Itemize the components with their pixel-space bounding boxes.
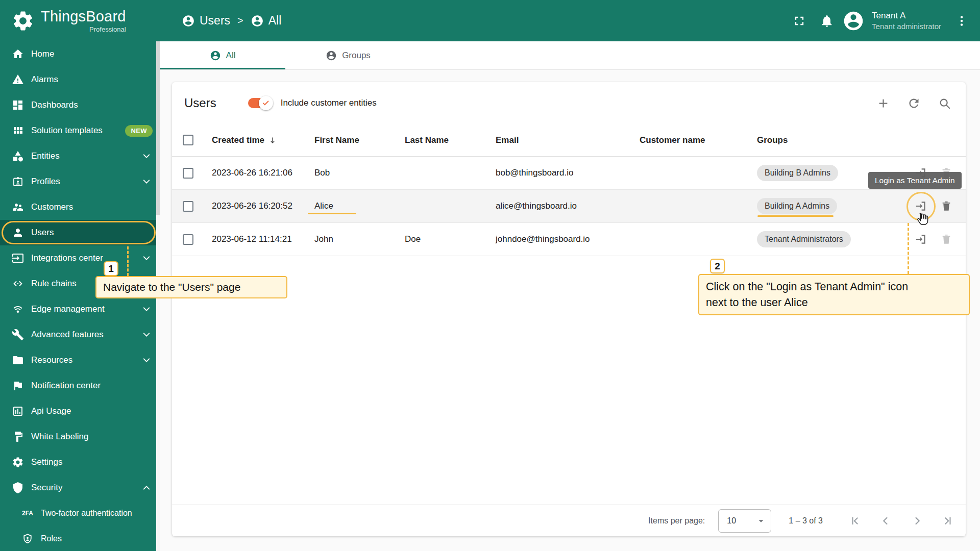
col-first-name[interactable]: First Name bbox=[306, 135, 397, 145]
delete-user-button[interactable] bbox=[935, 228, 958, 251]
chevron-down-icon bbox=[140, 176, 153, 188]
breadcrumb-all[interactable]: All bbox=[251, 14, 282, 28]
entities-icon bbox=[12, 150, 24, 162]
first-page-button[interactable] bbox=[843, 509, 868, 533]
row-checkbox[interactable] bbox=[183, 168, 193, 179]
sidebar-item-dashboards[interactable]: Dashboards bbox=[0, 92, 160, 118]
trash-icon bbox=[940, 233, 953, 246]
sidebar-item-edge-management[interactable]: Edge management bbox=[0, 296, 160, 322]
breadcrumb: Users > All bbox=[182, 14, 281, 28]
delete-user-button[interactable] bbox=[935, 195, 958, 217]
person-icon bbox=[210, 50, 221, 61]
row-checkbox[interactable] bbox=[183, 234, 193, 245]
include-customer-entities-toggle[interactable]: Include customer entities bbox=[248, 98, 377, 108]
sidebar-item-roles[interactable]: Roles bbox=[0, 526, 160, 551]
tab-all[interactable]: All bbox=[160, 41, 285, 69]
col-groups[interactable]: Groups bbox=[749, 135, 899, 145]
sidebar-item-entities[interactable]: Entities bbox=[0, 143, 160, 169]
sidebar-item-integrations-center[interactable]: Integrations center bbox=[0, 245, 160, 271]
group-chip[interactable]: Building A Admins bbox=[757, 198, 837, 214]
select-all-checkbox[interactable] bbox=[183, 135, 193, 145]
app-logo[interactable]: ThingsBoard Professional bbox=[0, 0, 160, 41]
toggle-label: Include customer entities bbox=[281, 98, 377, 108]
login-as-user-button[interactable] bbox=[910, 228, 932, 251]
tab-all-label: All bbox=[226, 51, 236, 61]
sidebar-item-customers[interactable]: Customers bbox=[0, 194, 160, 220]
sidebar-item-profiles[interactable]: Profiles bbox=[0, 169, 160, 194]
search-button[interactable] bbox=[933, 92, 955, 114]
sidebar-item-label: Notification center bbox=[31, 381, 101, 391]
col-customer-name[interactable]: Customer name bbox=[631, 135, 749, 145]
topbar-actions: Tenant A Tenant administrator bbox=[787, 9, 974, 33]
bell-icon bbox=[820, 14, 834, 28]
users-icon bbox=[12, 227, 24, 239]
table-row-bob[interactable]: 2023-06-26 16:21:06Bobbob@thingsboard.io… bbox=[172, 157, 966, 190]
refresh-button[interactable] bbox=[902, 92, 925, 114]
chevron-down-icon bbox=[140, 252, 153, 264]
sidebar-item-label: Solution templates bbox=[31, 126, 103, 136]
white-label-icon bbox=[12, 431, 24, 443]
rule-chains-icon bbox=[12, 278, 24, 290]
sidebar-item-label: Integrations center bbox=[31, 253, 103, 263]
previous-page-button[interactable] bbox=[874, 509, 898, 533]
sidebar-item-users[interactable]: Users bbox=[0, 220, 160, 245]
sidebar-item-label: Two-factor authentication bbox=[41, 509, 132, 518]
main-area: Users > All Tenant A Tenant administrato… bbox=[160, 0, 980, 551]
sidebar-item-security[interactable]: Security bbox=[0, 475, 160, 500]
sidebar-item-white-labeling[interactable]: White Labeling bbox=[0, 424, 160, 449]
sidebar-item-rule-chains[interactable]: Rule chains bbox=[0, 271, 160, 296]
toggle-track[interactable] bbox=[248, 98, 272, 108]
group-chip[interactable]: Tenant Administrators bbox=[757, 231, 851, 247]
sidebar-item-settings[interactable]: Settings bbox=[0, 449, 160, 475]
col-email[interactable]: Email bbox=[487, 135, 631, 145]
next-page-button[interactable] bbox=[904, 509, 929, 533]
sidebar-scrollbar[interactable] bbox=[156, 41, 160, 551]
sidebar-item-notification-center[interactable]: Notification center bbox=[0, 373, 160, 398]
col-last-name[interactable]: Last Name bbox=[397, 135, 487, 145]
sidebar-scrollbar-thumb[interactable] bbox=[156, 41, 160, 215]
search-icon bbox=[938, 96, 951, 110]
login-as-user-button[interactable] bbox=[910, 195, 932, 217]
sidebar-item-home[interactable]: Home bbox=[0, 41, 160, 67]
sidebar-item-resources[interactable]: Resources bbox=[0, 347, 160, 373]
chevron-down-icon bbox=[140, 150, 153, 162]
notifications-button[interactable] bbox=[815, 9, 839, 33]
sidebar-item-advanced-features[interactable]: Advanced features bbox=[0, 322, 160, 347]
items-per-page-value: 10 bbox=[727, 516, 736, 525]
breadcrumb-users[interactable]: Users bbox=[182, 14, 230, 28]
dashboards-icon bbox=[12, 99, 24, 111]
sidebar-item-solution-templates[interactable]: Solution templatesNEW bbox=[0, 118, 160, 143]
items-per-page-select[interactable]: 10 bbox=[718, 509, 771, 533]
sidebar-item-alarms[interactable]: Alarms bbox=[0, 67, 160, 92]
breadcrumb-all-label: All bbox=[268, 14, 282, 28]
tenant-name: Tenant A bbox=[872, 10, 941, 21]
col-created-time[interactable]: Created time bbox=[204, 135, 306, 145]
login-as-user-button[interactable] bbox=[910, 162, 932, 184]
tenant-info[interactable]: Tenant A Tenant administrator bbox=[872, 10, 941, 32]
delete-user-button[interactable] bbox=[935, 162, 958, 184]
sidebar-item-label: White Labeling bbox=[31, 432, 88, 442]
cell-last-name: Doe bbox=[397, 234, 487, 244]
group-chip[interactable]: Building B Admins bbox=[757, 165, 838, 181]
table-row-alice[interactable]: 2023-06-26 16:20:52Alicealice@thingsboar… bbox=[172, 190, 966, 223]
fullscreen-button[interactable] bbox=[787, 9, 812, 33]
row-checkbox[interactable] bbox=[183, 201, 193, 212]
thingsboard-logo-icon bbox=[11, 9, 35, 33]
last-page-button[interactable] bbox=[935, 509, 960, 533]
sidebar-item-two-factor-authentication[interactable]: 2FATwo-factor authentication bbox=[0, 500, 160, 526]
trash-icon bbox=[940, 199, 953, 213]
edge-icon bbox=[12, 303, 24, 315]
cell-created-time: 2023-06-12 11:14:21 bbox=[204, 234, 306, 244]
notification-icon bbox=[12, 380, 24, 392]
more-menu-button[interactable] bbox=[949, 9, 974, 33]
tab-groups[interactable]: Groups bbox=[285, 41, 411, 69]
login-icon bbox=[914, 233, 927, 246]
table-header-row: Created time First Name Last Name Email … bbox=[172, 124, 966, 157]
sidebar-item-api-usage[interactable]: Api Usage bbox=[0, 398, 160, 424]
table-row-john[interactable]: 2023-06-12 11:14:21JohnDoejohndoe@things… bbox=[172, 223, 966, 256]
sidebar-item-label: Home bbox=[31, 49, 54, 59]
kebab-icon bbox=[954, 14, 969, 28]
add-user-button[interactable] bbox=[872, 92, 894, 114]
breadcrumb-users-label: Users bbox=[200, 14, 230, 28]
avatar[interactable] bbox=[842, 10, 865, 32]
